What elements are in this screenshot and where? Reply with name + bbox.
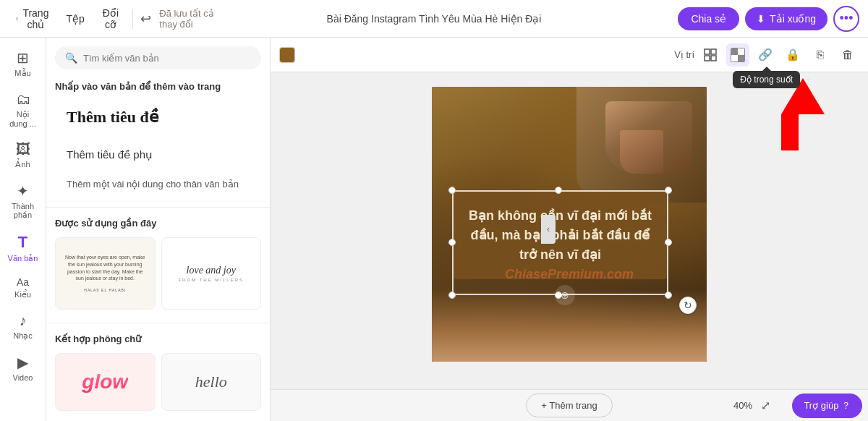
svg-rect-0 <box>705 49 710 54</box>
handle-top-left[interactable] <box>448 187 456 194</box>
handle-mid-left[interactable] <box>448 239 456 246</box>
share-button[interactable]: Chia sẻ <box>678 7 739 30</box>
sidebar-item-thanhphan[interactable]: ✦ Thành phần <box>3 177 43 226</box>
svg-rect-1 <box>711 49 716 54</box>
divider <box>132 9 133 29</box>
handle-mid-right[interactable] <box>665 239 672 246</box>
lock-button[interactable]: 🔒 <box>781 43 804 67</box>
recent-section: Được sử dụng gần đây <box>46 212 270 237</box>
download-button[interactable]: ⬇ Tải xuống <box>745 7 827 30</box>
sidebar-label: Video <box>13 373 33 382</box>
arrow-annotation <box>781 78 825 150</box>
add-body-button[interactable]: Thêm một vài nội dung cho thân văn bản <box>55 173 261 195</box>
font-size-button[interactable]: Đổi cỡ <box>93 3 128 35</box>
main-layout: ⊞ Mẫu 🗂 Nội dung ... 🖼 Ảnh ✦ Thành phần … <box>0 38 868 421</box>
canvas-textbox[interactable]: Bạn không cần vĩ đại mới bắt đầu, mà bạn… <box>454 192 667 279</box>
sidebar: ⊞ Mẫu 🗂 Nội dung ... 🖼 Ảnh ✦ Thành phần … <box>0 38 46 421</box>
search-section: 🔍 <box>46 38 270 75</box>
font-card-2[interactable]: hello <box>161 353 262 411</box>
rotate-handle[interactable]: ↻ <box>679 297 697 314</box>
handle-top-right[interactable] <box>665 187 672 194</box>
link-button[interactable]: 🔗 <box>754 43 777 67</box>
add-page-button[interactable]: + Thêm trang <box>526 394 612 417</box>
file-label: Tệp <box>66 13 84 25</box>
watermark: ChiasePremium.com <box>505 267 634 282</box>
sidebar-label: Thành phần <box>7 202 39 220</box>
section-title: Nhấp vào văn bản để thêm vào trang <box>55 81 261 92</box>
element-icon: ✦ <box>17 182 29 200</box>
topbar-right: Chia sẻ ⬇ Tải xuống ••• <box>648 6 859 32</box>
opacity-tooltip: Độ trong suốt <box>733 71 800 88</box>
position-label: Vị trí <box>674 49 694 60</box>
canvas-container: Vị trí 🔗 🔒 ⎘ 🗑 Độ trong suốt <box>271 38 868 421</box>
canvas-frame[interactable]: Bạn không cần vĩ đại mới bắt đầu, mà bạn… <box>432 87 707 362</box>
photo-icon: 🖼 <box>16 141 30 158</box>
grid-view-button[interactable] <box>699 43 722 67</box>
canvas-bottombar: + Thêm trang 40% ⤢ Trợ giúp ？ <box>271 389 868 421</box>
svg-rect-2 <box>705 56 710 61</box>
opacity-button[interactable] <box>726 43 749 67</box>
shoe-detail <box>605 101 692 174</box>
topbar: ‹ Trang chủ Tệp Đổi cỡ ↩ Đã lưu tất cả t… <box>0 0 868 38</box>
music-icon: ♪ <box>20 312 27 329</box>
font-combo-label: Kết hợp phông chữ <box>55 333 261 344</box>
sidebar-label: Mẫu <box>14 69 30 78</box>
sidebar-item-video[interactable]: ▶ Video <box>3 348 43 388</box>
zoom-expand-button[interactable]: ⤢ <box>757 397 774 414</box>
checker-icon <box>731 48 745 62</box>
sidebar-label: Văn bản <box>8 254 38 263</box>
font-card-1[interactable]: glow <box>55 353 156 411</box>
font-sample-2: hello <box>195 373 227 391</box>
sidebar-item-noidung[interactable]: 🗂 Nội dung ... <box>3 85 43 134</box>
video-icon: ▶ <box>17 354 28 371</box>
add-heading-button[interactable]: Thêm tiêu đề <box>55 98 261 137</box>
template-card-2[interactable]: love and joy FROM THE MILLERS <box>161 237 262 310</box>
sidebar-label: Ảnh <box>15 160 30 169</box>
template-grid: Now that your eyes are open, make the su… <box>46 237 270 318</box>
arrow-shaft <box>781 114 799 150</box>
template-text-1: Now that your eyes are open, make the su… <box>63 254 148 282</box>
search-box[interactable]: 🔍 <box>55 46 261 69</box>
home-label: Trang chủ <box>21 7 50 30</box>
canvas-scroll[interactable]: Bạn không cần vĩ đại mới bắt đầu, mà bạn… <box>271 72 868 389</box>
divider <box>46 207 270 208</box>
handle-top-mid[interactable] <box>555 187 562 194</box>
canvas-text-content: Bạn không cần vĩ đại mới bắt đầu, mà bạn… <box>468 206 652 265</box>
font-sample-1: glow <box>82 370 128 394</box>
sidebar-label: Kiểu <box>14 290 31 299</box>
font-combo-grid: glow hello <box>46 353 270 420</box>
divider2 <box>46 323 270 323</box>
sidebar-item-kieu[interactable]: Aa Kiểu <box>3 271 43 305</box>
sidebar-item-vanban[interactable]: T Văn bản <box>3 227 43 269</box>
handle-bottom-right[interactable] <box>665 292 672 299</box>
help-button[interactable]: Trợ giúp ？ <box>792 394 862 418</box>
copy-button[interactable]: ⎘ <box>809 43 832 67</box>
add-subheading-button[interactable]: Thêm tiêu đề phụ <box>55 141 261 169</box>
sidebar-item-anh[interactable]: 🖼 Ảnh <box>3 135 43 175</box>
home-button[interactable]: ‹ Trang chủ <box>9 3 57 35</box>
delete-button[interactable]: 🗑 <box>836 43 859 67</box>
font-label: Đổi cỡ <box>101 7 121 30</box>
sidebar-item-nhac[interactable]: ♪ Nhạc <box>3 307 43 346</box>
template-sub-text: FROM THE MILLERS <box>178 278 244 282</box>
shoe-area <box>576 87 707 203</box>
file-button[interactable]: Tệp <box>59 9 91 29</box>
project-title: Bài Đăng Instagram Tình Yêu Mùa Hè Hiện … <box>223 13 645 25</box>
color-swatch[interactable] <box>279 47 295 63</box>
undo-button[interactable]: ↩ <box>137 7 154 31</box>
more-button[interactable]: ••• <box>833 6 859 32</box>
sidebar-item-mau[interactable]: ⊞ Mẫu <box>3 43 43 84</box>
template-card-1[interactable]: Now that your eyes are open, make the su… <box>55 237 156 310</box>
sidebar-label: Nhạc <box>13 331 33 341</box>
shoe-lace <box>620 130 663 174</box>
grid-icon: ⊞ <box>17 49 29 67</box>
music-icon-canvas: ⊕ <box>555 285 575 305</box>
image-icon: 🗂 <box>16 91 30 108</box>
template-author: HALAS EL HALABI <box>84 288 126 293</box>
collapse-handle[interactable]: ‹ <box>541 215 556 244</box>
zoom-value: 40% <box>733 400 752 411</box>
search-icon: 🔍 <box>65 52 77 64</box>
search-input[interactable] <box>83 53 251 64</box>
handle-bottom-left[interactable] <box>448 292 456 299</box>
template-main-text: love and joy <box>187 265 236 276</box>
